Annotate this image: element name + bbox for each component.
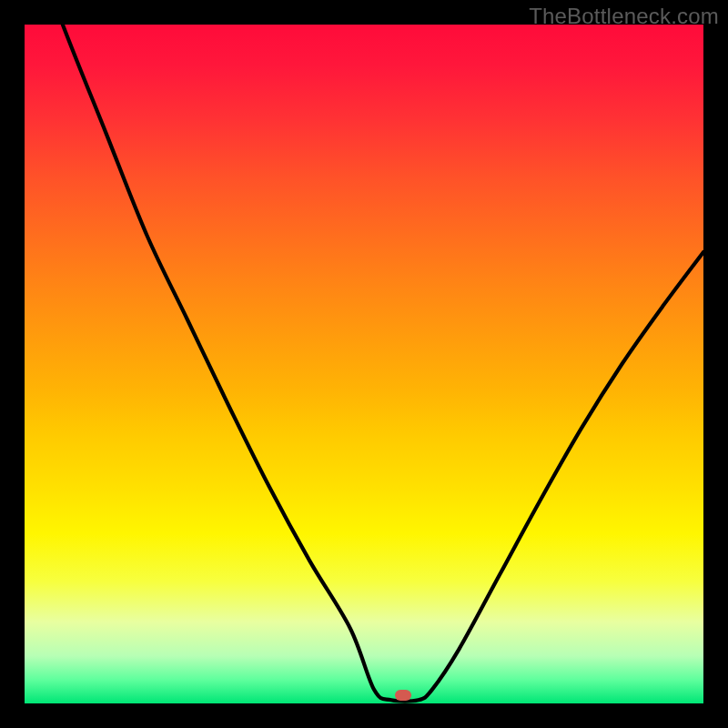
bottleneck-curve <box>25 25 703 703</box>
watermark-text: TheBottleneck.com <box>529 4 719 29</box>
chart-frame: TheBottleneck.com <box>0 0 728 728</box>
optimal-point-marker <box>395 690 411 701</box>
